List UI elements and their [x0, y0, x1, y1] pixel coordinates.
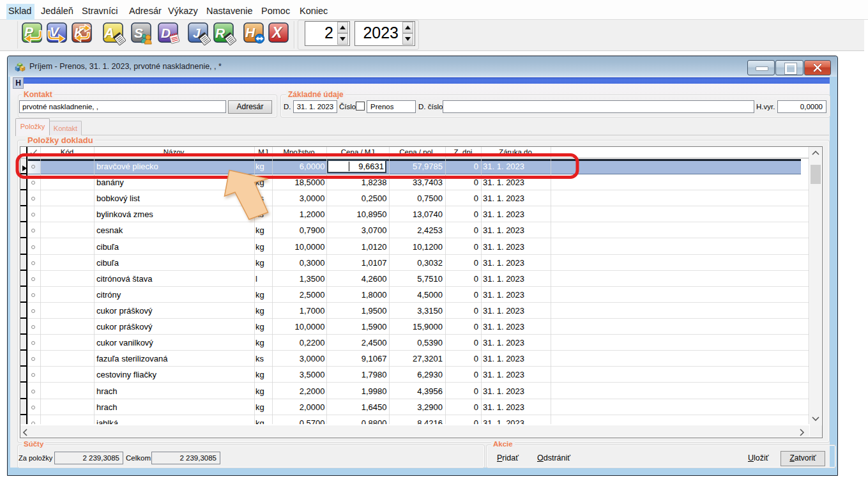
svg-text:S: S [134, 26, 143, 40]
svg-text:D: D [161, 26, 171, 40]
svg-text:A: A [103, 25, 114, 41]
svg-text:X: X [271, 24, 283, 41]
svg-text:H: H [245, 25, 255, 40]
